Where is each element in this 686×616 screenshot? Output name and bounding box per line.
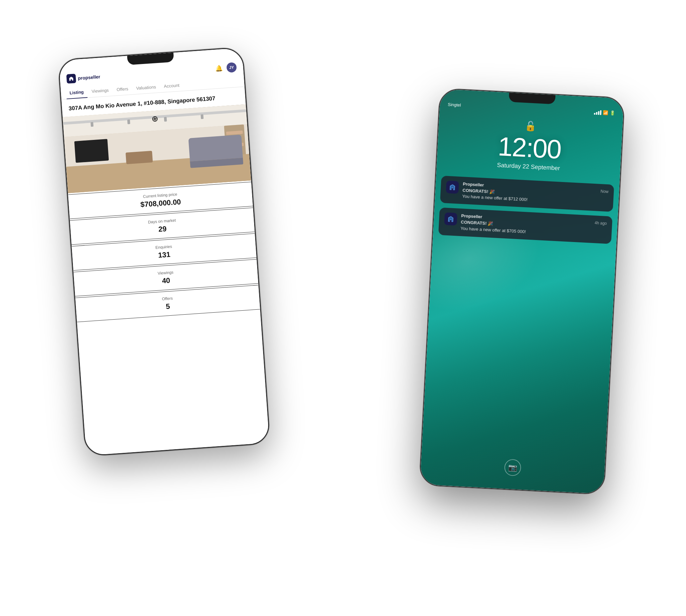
notif-2-bold: CONGRATS! 🎉 (461, 219, 493, 226)
bar-3 (598, 111, 599, 115)
phone-app: propseller 🔔 JY Listing Viewings Offers … (58, 47, 270, 457)
notif-2-content: Propseller 4h ago CONGRATS! 🎉 You have a… (460, 213, 607, 239)
lock-screen: Singtel 📶 🔋 🔓 12:00 (420, 89, 624, 494)
tab-account[interactable]: Account (160, 79, 183, 92)
track-light-2 (127, 119, 130, 124)
track-light-3 (164, 117, 167, 122)
carrier-label: Singtel (448, 102, 461, 108)
notif-1-time: Now (600, 189, 609, 194)
app-screen: propseller 🔔 JY Listing Viewings Offers … (59, 48, 270, 456)
tab-valuations[interactable]: Valuations (133, 81, 160, 94)
bar-4 (600, 110, 601, 115)
notif-2-text: You have a new offer at $705 000! (460, 226, 526, 234)
camera-button[interactable]: 📷 (504, 459, 522, 477)
ceiling-fan: ⊕ (151, 114, 158, 123)
notification-2: Propseller 4h ago CONGRATS! 🎉 You have a… (438, 207, 613, 244)
listing-image: ⊕ (63, 105, 251, 193)
topbar-icons: 🔔 JY (215, 62, 237, 73)
logo-icon (66, 73, 76, 84)
tv (74, 139, 109, 163)
notif-2-time: 4h ago (595, 220, 607, 226)
app-logo: propseller (66, 72, 100, 84)
track-light-4 (201, 114, 204, 119)
notif-1-content: Propseller Now CONGRATS! 🎉 You have a ne… (462, 181, 609, 207)
signal-icon (594, 110, 601, 115)
track-light-1 (90, 122, 93, 127)
battery-icon: 🔋 (610, 110, 615, 116)
status-icons: 📶 🔋 (594, 110, 615, 116)
scene: propseller 🔔 JY Listing Viewings Offers … (45, 26, 641, 590)
bar-1 (594, 113, 595, 114)
notifications-area: Propseller Now CONGRATS! 🎉 You have a ne… (421, 166, 620, 464)
notif-1-text: You have a new offer at $712 000! (462, 194, 528, 202)
tab-offers[interactable]: Offers (113, 83, 132, 96)
tab-listing[interactable]: Listing (66, 86, 88, 99)
phone-lock: Singtel 📶 🔋 🔓 12:00 (419, 88, 625, 495)
bar-2 (596, 112, 597, 114)
bell-icon[interactable]: 🔔 (215, 64, 223, 72)
avatar[interactable]: JY (226, 62, 237, 73)
notif-1-icon (446, 181, 459, 194)
padlock-icon: 🔓 (525, 121, 537, 132)
notif-2-app-name: Propseller (461, 213, 482, 219)
notif-2-icon (444, 213, 457, 226)
notification-1: Propseller Now CONGRATS! 🎉 You have a ne… (440, 176, 614, 212)
logo-text: propseller (77, 74, 100, 81)
app-content: 307A Ang Mo Kio Avenue 1, #10-888, Singa… (61, 87, 270, 456)
notif-1-bold: CONGRATS! 🎉 (462, 188, 495, 194)
shelf-1 (226, 131, 243, 135)
wifi-icon: 📶 (603, 110, 609, 115)
room-illustration: ⊕ (63, 105, 251, 193)
coffee-table (125, 151, 153, 164)
sofa (188, 135, 243, 161)
tab-viewings[interactable]: Viewings (88, 84, 112, 97)
notif-1-app-name: Propseller (463, 181, 484, 187)
